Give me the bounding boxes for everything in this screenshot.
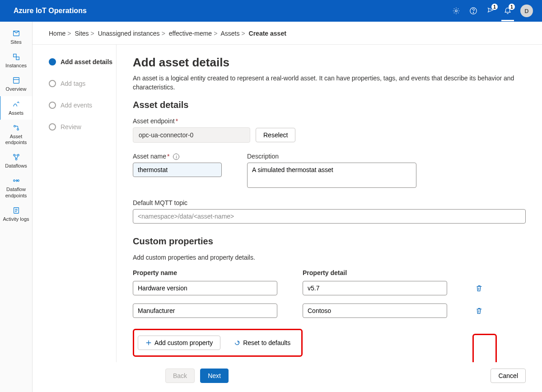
asset-endpoint-label: Asset endpoint* — [133, 117, 526, 125]
svg-point-12 — [13, 180, 15, 182]
asset-endpoints-icon — [12, 123, 21, 132]
sidebar-item-activity-logs[interactable]: Activity logs — [0, 202, 32, 226]
app-title: Azure IoT Operations — [14, 7, 87, 15]
breadcrumb-link[interactable]: Sites — [75, 30, 89, 37]
sidebar-item-sites[interactable]: Sites — [0, 25, 32, 49]
sidebar-label: Assets — [9, 110, 23, 116]
col-property-detail: Property detail — [303, 269, 447, 276]
reset-defaults-button[interactable]: Reset to defaults — [227, 336, 298, 350]
property-row — [133, 303, 526, 318]
svg-point-8 — [17, 129, 19, 131]
custom-props-title: Custom properties — [133, 236, 526, 247]
sidebar-label: Asset endpoints — [2, 134, 30, 145]
sidebar-label: Activity logs — [3, 216, 29, 222]
custom-props-subtitle: Add custom properties and property detai… — [133, 254, 526, 261]
property-name-input[interactable] — [133, 303, 277, 318]
highlight-box-actions: Add custom property Reset to defaults — [133, 329, 303, 357]
help-icon[interactable] — [469, 6, 478, 15]
sidebar-item-asset-endpoints[interactable]: Asset endpoints — [0, 120, 32, 149]
dataflows-icon — [12, 153, 21, 162]
sidebar-item-dataflow-endpoints[interactable]: Dataflow endpoints — [0, 173, 32, 202]
page-title: Add asset details — [133, 56, 526, 70]
feedback-icon[interactable]: 1 — [486, 6, 495, 15]
breadcrumb-link[interactable]: Unassigned instances — [98, 30, 160, 37]
asset-endpoint-value: opc-ua-connector-0 — [133, 127, 250, 143]
col-property-name: Property name — [133, 269, 277, 276]
add-custom-property-button[interactable]: Add custom property — [138, 336, 220, 350]
user-avatar[interactable]: D — [520, 5, 533, 17]
custom-props-table: Property name Property detail — [133, 269, 526, 318]
sidebar-label: Dataflow endpoints — [2, 187, 30, 198]
wizard-nav: Add asset details Add tags Add events Re… — [33, 45, 117, 362]
delete-icon[interactable] — [472, 281, 486, 295]
back-button: Back — [165, 369, 195, 383]
settings-icon[interactable] — [452, 6, 461, 15]
wizard-step-tags[interactable]: Add tags — [49, 80, 116, 87]
mqtt-topic-input[interactable] — [133, 209, 526, 224]
activity-logs-icon — [12, 206, 21, 215]
description-label: Description — [247, 153, 416, 160]
sidebar-item-overview[interactable]: Overview — [0, 72, 32, 96]
dataflow-endpoints-icon — [12, 176, 21, 185]
breadcrumb-link[interactable]: Assets — [220, 30, 239, 37]
delete-icon[interactable] — [472, 304, 486, 317]
sidebar-label: Sites — [10, 39, 21, 45]
svg-rect-5 — [16, 57, 19, 60]
breadcrumb: Home> Sites> Unassigned instances> effec… — [33, 22, 542, 45]
info-icon[interactable]: i — [173, 154, 179, 160]
mqtt-label: Default MQTT topic — [133, 199, 526, 206]
property-name-input[interactable] — [133, 281, 277, 295]
svg-rect-4 — [13, 54, 16, 57]
sidebar-label: Dataflows — [5, 163, 27, 169]
wizard-step-events[interactable]: Add events — [49, 102, 116, 109]
main-panel: Add asset details An asset is a logical … — [117, 45, 542, 362]
breadcrumb-link[interactable]: effective-meme — [169, 30, 212, 37]
page-description: An asset is a logical entity created to … — [133, 74, 526, 92]
svg-point-2 — [473, 12, 473, 13]
notifications-icon[interactable]: 1 — [503, 6, 512, 15]
sidebar-label: Overview — [6, 86, 27, 92]
notifications-badge: 1 — [509, 4, 515, 10]
feedback-badge: 1 — [491, 4, 498, 10]
overview-icon — [12, 76, 21, 85]
sidebar-item-instances[interactable]: Instances — [0, 49, 32, 72]
wizard-step-details[interactable]: Add asset details — [49, 58, 116, 65]
svg-point-11 — [15, 159, 17, 160]
description-input[interactable] — [247, 163, 416, 188]
property-detail-input[interactable] — [303, 281, 447, 295]
svg-point-0 — [455, 10, 458, 12]
cancel-button[interactable]: Cancel — [491, 369, 526, 383]
top-header: Azure IoT Operations 1 1 D — [0, 0, 542, 22]
left-sidebar: Sites Instances Overview Assets Asset en… — [0, 22, 33, 392]
reselect-button[interactable]: Reselect — [256, 128, 295, 142]
asset-name-label: Asset name* i — [133, 153, 222, 160]
wizard-step-review[interactable]: Review — [49, 123, 116, 131]
sidebar-item-assets[interactable]: Assets — [0, 96, 32, 120]
assets-icon — [12, 100, 21, 109]
next-button[interactable]: Next — [200, 369, 229, 383]
wizard-footer: Back Next Cancel — [33, 362, 542, 392]
property-detail-input[interactable] — [303, 303, 447, 318]
breadcrumb-link[interactable]: Home — [49, 30, 65, 37]
highlight-box-delete — [472, 334, 497, 362]
svg-point-10 — [17, 154, 19, 156]
asset-name-input[interactable] — [133, 163, 222, 177]
svg-rect-6 — [13, 78, 19, 84]
sidebar-label: Instances — [5, 63, 27, 69]
instances-icon — [12, 52, 21, 61]
svg-point-9 — [13, 154, 15, 156]
sidebar-item-dataflows[interactable]: Dataflows — [0, 149, 32, 173]
sites-icon — [12, 29, 21, 38]
header-actions: 1 1 D — [452, 5, 533, 17]
breadcrumb-current: Create asset — [249, 30, 286, 37]
asset-details-title: Asset details — [133, 100, 526, 110]
svg-point-7 — [14, 125, 15, 127]
property-row — [133, 281, 526, 295]
